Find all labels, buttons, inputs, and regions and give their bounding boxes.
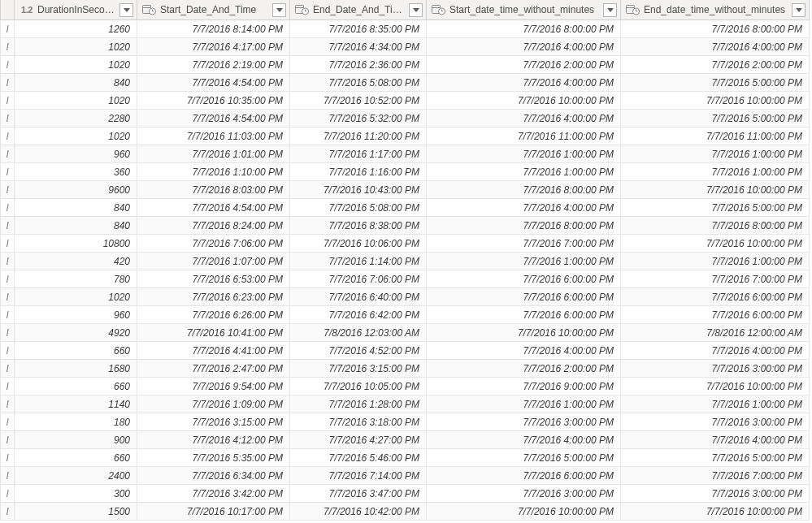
cell-duration[interactable]: 1020 [15,128,137,145]
cell-end-nomin[interactable]: 7/7/2016 3:00:00 PM [621,485,810,503]
cell-end-nomin[interactable]: 7/7/2016 10:00:00 PM [621,235,810,253]
cell-duration[interactable]: 660 [15,378,137,395]
cell-start-datetime[interactable]: 7/7/2016 7:06:00 PM [137,235,290,253]
cell-start-nomin[interactable]: 7/7/2016 6:00:00 PM [427,270,621,288]
cell-end-datetime[interactable]: 7/7/2016 1:14:00 PM [290,253,427,270]
cell-start-nomin[interactable]: 7/7/2016 6:00:00 PM [427,306,621,324]
cell-end-nomin[interactable]: 7/7/2016 6:00:00 PM [621,306,810,324]
cell-start-nomin[interactable]: 7/7/2016 4:00:00 PM [427,431,621,449]
cell-duration[interactable]: 1260 [15,20,137,38]
column-header-duration[interactable]: 1.2 DurationInSeconds [15,0,137,20]
cell-end-nomin[interactable]: 7/7/2016 8:00:00 PM [621,217,810,235]
cell-start-nomin[interactable]: 7/7/2016 4:00:00 PM [427,110,621,128]
cell-start-datetime[interactable]: 7/7/2016 4:41:00 PM [137,342,290,360]
cell-duration[interactable]: 2280 [15,110,137,128]
cell-duration[interactable]: 1680 [15,360,137,378]
cell-start-nomin[interactable]: 7/7/2016 1:00:00 PM [427,145,621,163]
cell-start-nomin[interactable]: 7/7/2016 9:00:00 PM [427,378,621,395]
cell-start-nomin[interactable]: 7/7/2016 11:00:00 PM [427,128,621,145]
column-filter-button[interactable] [272,3,286,17]
cell-start-nomin[interactable]: 7/7/2016 5:00:00 PM [427,449,621,467]
cell-end-nomin[interactable]: 7/7/2016 4:00:00 PM [621,431,810,449]
cell-start-datetime[interactable]: 7/7/2016 1:07:00 PM [137,253,290,270]
cell-end-nomin[interactable]: 7/7/2016 2:00:00 PM [621,56,810,74]
column-filter-button[interactable] [409,3,423,17]
data-table[interactable]: 1.2 DurationInSeconds Start_Date_And_Tim… [0,0,812,521]
cell-start-datetime[interactable]: 7/7/2016 4:54:00 PM [137,110,290,128]
cell-end-datetime[interactable]: 7/7/2016 6:42:00 PM [290,306,427,324]
cell-end-nomin[interactable]: 7/7/2016 6:00:00 PM [621,288,810,306]
cell-duration[interactable]: 420 [15,253,137,270]
cell-duration[interactable]: 9600 [15,181,137,199]
column-header-start-nomin[interactable]: Start_date_time_without_minutes [427,0,621,20]
cell-start-datetime[interactable]: 7/7/2016 4:12:00 PM [137,431,290,449]
cell-duration[interactable]: 1020 [15,38,137,56]
cell-end-nomin[interactable]: 7/7/2016 1:00:00 PM [621,253,810,270]
cell-start-datetime[interactable]: 7/7/2016 10:35:00 PM [137,92,290,110]
cell-start-datetime[interactable]: 7/7/2016 10:41:00 PM [137,324,290,342]
cell-start-datetime[interactable]: 7/7/2016 8:14:00 PM [137,20,290,38]
cell-start-datetime[interactable]: 7/7/2016 1:09:00 PM [137,395,290,413]
cell-end-datetime[interactable]: 7/7/2016 3:15:00 PM [290,360,427,378]
cell-end-datetime[interactable]: 7/7/2016 1:16:00 PM [290,163,427,181]
cell-start-datetime[interactable]: 7/7/2016 11:03:00 PM [137,128,290,145]
cell-end-nomin[interactable]: 7/7/2016 10:00:00 PM [621,92,810,110]
cell-end-datetime[interactable]: 7/7/2016 2:36:00 PM [290,56,427,74]
cell-end-datetime[interactable]: 7/7/2016 8:35:00 PM [290,20,427,38]
cell-start-datetime[interactable]: 7/7/2016 6:53:00 PM [137,270,290,288]
cell-end-datetime[interactable]: 7/7/2016 5:32:00 PM [290,110,427,128]
cell-start-nomin[interactable]: 7/7/2016 6:00:00 PM [427,467,621,485]
cell-duration[interactable]: 660 [15,342,137,360]
cell-end-datetime[interactable]: 7/7/2016 11:20:00 PM [290,128,427,145]
cell-end-datetime[interactable]: 7/7/2016 10:52:00 PM [290,92,427,110]
cell-start-nomin[interactable]: 7/7/2016 4:00:00 PM [427,342,621,360]
cell-end-datetime[interactable]: 7/7/2016 4:34:00 PM [290,38,427,56]
cell-start-nomin[interactable]: 7/7/2016 10:00:00 PM [427,92,621,110]
cell-duration[interactable]: 1020 [15,92,137,110]
cell-start-nomin[interactable]: 7/7/2016 2:00:00 PM [427,56,621,74]
cell-start-datetime[interactable]: 7/7/2016 9:54:00 PM [137,378,290,395]
cell-start-datetime[interactable]: 7/7/2016 10:17:00 PM [137,503,290,521]
column-header-end-datetime[interactable]: End_Date_And_Time [290,0,427,20]
cell-end-datetime[interactable]: 7/8/2016 12:03:00 AM [290,324,427,342]
cell-end-datetime[interactable]: 7/7/2016 3:47:00 PM [290,485,427,503]
cell-end-nomin[interactable]: 7/7/2016 5:00:00 PM [621,449,810,467]
cell-start-datetime[interactable]: 7/7/2016 3:15:00 PM [137,413,290,431]
cell-start-datetime[interactable]: 7/7/2016 8:03:00 PM [137,181,290,199]
cell-duration[interactable]: 300 [15,485,137,503]
cell-start-nomin[interactable]: 7/7/2016 6:00:00 PM [427,288,621,306]
cell-end-datetime[interactable]: 7/7/2016 10:06:00 PM [290,235,427,253]
cell-end-nomin[interactable]: 7/7/2016 5:00:00 PM [621,199,810,217]
cell-start-datetime[interactable]: 7/7/2016 6:26:00 PM [137,306,290,324]
cell-start-nomin[interactable]: 7/7/2016 1:00:00 PM [427,163,621,181]
column-filter-button[interactable] [119,3,133,17]
cell-end-datetime[interactable]: 7/7/2016 5:08:00 PM [290,199,427,217]
cell-end-nomin[interactable]: 7/7/2016 5:00:00 PM [621,74,810,92]
cell-start-nomin[interactable]: 7/7/2016 2:00:00 PM [427,360,621,378]
cell-duration[interactable]: 840 [15,74,137,92]
cell-start-nomin[interactable]: 7/7/2016 10:00:00 PM [427,324,621,342]
cell-duration[interactable]: 2400 [15,467,137,485]
cell-end-datetime[interactable]: 7/7/2016 8:38:00 PM [290,217,427,235]
cell-start-datetime[interactable]: 7/7/2016 6:23:00 PM [137,288,290,306]
cell-start-datetime[interactable]: 7/7/2016 8:24:00 PM [137,217,290,235]
cell-duration[interactable]: 10800 [15,235,137,253]
cell-end-datetime[interactable]: 7/7/2016 7:06:00 PM [290,270,427,288]
cell-end-datetime[interactable]: 7/7/2016 1:28:00 PM [290,395,427,413]
cell-end-nomin[interactable]: 7/7/2016 8:00:00 PM [621,20,810,38]
column-header-stub[interactable] [0,0,15,20]
cell-duration[interactable]: 1500 [15,503,137,521]
cell-end-nomin[interactable]: 7/7/2016 3:00:00 PM [621,360,810,378]
cell-end-datetime[interactable]: 7/7/2016 6:40:00 PM [290,288,427,306]
cell-end-datetime[interactable]: 7/7/2016 10:42:00 PM [290,503,427,521]
cell-end-datetime[interactable]: 7/7/2016 7:14:00 PM [290,467,427,485]
cell-start-datetime[interactable]: 7/7/2016 4:17:00 PM [137,38,290,56]
cell-end-datetime[interactable]: 7/7/2016 10:43:00 PM [290,181,427,199]
cell-duration[interactable]: 900 [15,431,137,449]
cell-end-nomin[interactable]: 7/7/2016 4:00:00 PM [621,342,810,360]
column-header-end-nomin[interactable]: End_date_time_without_minutes [621,0,810,20]
cell-start-datetime[interactable]: 7/7/2016 1:01:00 PM [137,145,290,163]
cell-end-nomin[interactable]: 7/7/2016 1:00:00 PM [621,395,810,413]
cell-start-datetime[interactable]: 7/7/2016 6:34:00 PM [137,467,290,485]
cell-duration[interactable]: 660 [15,449,137,467]
